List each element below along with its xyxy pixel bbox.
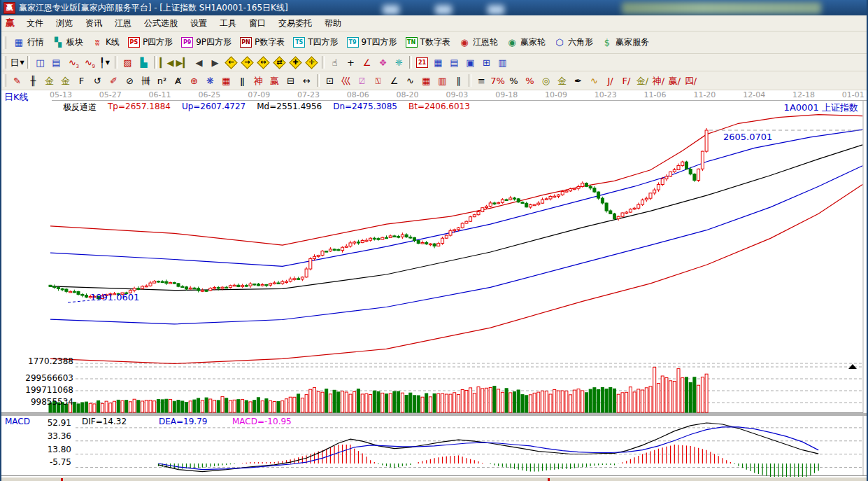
diamond-zoom-in-button[interactable]: ✛: [304, 55, 320, 70]
menu-item-7[interactable]: 窗口: [243, 16, 272, 31]
circle-divider-tool[interactable]: ⊘: [122, 73, 138, 88]
price-grid2-tool[interactable]: ▥: [434, 73, 450, 88]
gann-wheel-button[interactable]: ◉江恩轮: [455, 34, 502, 50]
horizontal-scrollbar[interactable]: [1, 477, 867, 481]
dropdown-arrow-icon[interactable]: ▼: [106, 60, 110, 66]
first-page-button[interactable]: ▎◀: [159, 55, 175, 70]
angle-measure-button[interactable]: ∠: [359, 55, 375, 70]
box-measure-tool[interactable]: ⊡: [322, 73, 338, 88]
diamond-expand-both-button[interactable]: ↔: [255, 55, 271, 70]
menu-item-2[interactable]: 资讯: [79, 16, 108, 31]
nine-t-square-button[interactable]: T99T四方形: [343, 34, 401, 50]
j-angle-tool[interactable]: J/: [602, 73, 618, 88]
win-measure-tool[interactable]: 赢: [266, 73, 283, 88]
condition-pattern-button[interactable]: ▨: [120, 55, 136, 70]
sectors-button[interactable]: ▚板块: [48, 34, 87, 50]
cycle-analysis-button[interactable]: ❈: [391, 55, 407, 70]
menu-item-4[interactable]: 公式选股: [138, 16, 184, 31]
info-panel-button[interactable]: ▤: [48, 55, 64, 70]
quotes-button[interactable]: ▦行情: [9, 34, 48, 50]
t-square-button[interactable]: TST四方形: [289, 34, 342, 50]
winner-wheel-button[interactable]: ◉赢家轮: [502, 34, 550, 50]
percent-tool[interactable]: %: [506, 73, 522, 88]
gold-angle-tool[interactable]: 金/: [634, 73, 650, 88]
wave9-button[interactable]: ∿9: [80, 55, 97, 70]
menu-item-9[interactable]: 帮助: [318, 16, 348, 31]
chart-area[interactable]: 05-1305-2706-1106-2507-0907-2308-0608-20…: [1, 90, 867, 477]
percent-line-tool[interactable]: %: [522, 73, 538, 88]
pencil2-tool[interactable]: ✐: [106, 73, 122, 88]
n-square-tool[interactable]: n²: [154, 73, 170, 88]
toolbar-grip[interactable]: [3, 36, 6, 49]
ray-lines-tool[interactable]: ∠: [386, 73, 402, 88]
diamond-shrink-x-button[interactable]: ←: [223, 55, 239, 70]
wave3-button[interactable]: ∿3: [64, 55, 80, 70]
volume-ruler-tool[interactable]: ≡: [474, 73, 490, 88]
angle-a-tool[interactable]: Ⱥ: [170, 73, 186, 88]
gann-box-button[interactable]: ❖: [375, 55, 391, 70]
calculator-button[interactable]: ▦: [430, 55, 446, 70]
win-angle-tool[interactable]: 赢/: [667, 73, 683, 88]
dropdown-arrow-icon[interactable]: ▼: [20, 60, 24, 66]
menu-item-8[interactable]: 交易委托: [272, 16, 318, 31]
calendar-button[interactable]: 21: [414, 55, 430, 70]
nine-p-square-button[interactable]: P99P四方形: [177, 34, 236, 50]
cobweb-tool[interactable]: ❋: [202, 73, 218, 88]
k-measure-tool[interactable]: ǁ: [234, 73, 250, 88]
width-measure-tool[interactable]: ↔: [299, 73, 315, 88]
period-selector[interactable]: 日▼: [9, 55, 25, 70]
pan-hand-button[interactable]: ☝: [327, 55, 343, 70]
parallel-lines-tool[interactable]: ∥: [450, 73, 467, 88]
crosshair-button[interactable]: +: [343, 55, 359, 70]
diamond-expand-x-button[interactable]: →: [239, 55, 255, 70]
compass-tool[interactable]: ⊕: [186, 73, 202, 88]
winner-service-button[interactable]: $赢家服务: [597, 34, 653, 50]
hexagon-button[interactable]: ⬡六角形: [550, 34, 597, 50]
t-number-table-button[interactable]: TNT数字表: [401, 34, 455, 50]
toolbar-grip[interactable]: [3, 74, 6, 87]
price-grid-tool[interactable]: ▦: [418, 73, 434, 88]
gold-line-tool[interactable]: 金: [554, 73, 570, 88]
wave-gold-tool[interactable]: ∿: [586, 73, 602, 88]
pencil-tool[interactable]: ✎: [9, 73, 25, 88]
grid-tool[interactable]: ▦: [218, 73, 234, 88]
brush-tool[interactable]: ✒: [570, 73, 586, 88]
shen-angle-tool[interactable]: 神/: [650, 73, 667, 88]
next-button[interactable]: ▶: [207, 55, 223, 70]
gann-divider-tool[interactable]: ╫: [25, 73, 41, 88]
menu-item-6[interactable]: 工具: [213, 16, 243, 31]
menu-item-0[interactable]: 文件: [20, 16, 50, 31]
spiral-tool[interactable]: ↺: [90, 73, 106, 88]
fan-box-tool[interactable]: ⍁: [354, 73, 370, 88]
menu-item-3[interactable]: 江恩: [108, 16, 138, 31]
menu-item-1[interactable]: 浏览: [50, 16, 79, 31]
save-button[interactable]: ▣: [462, 55, 478, 70]
p-square-button[interactable]: PSP四方形: [124, 34, 177, 50]
last-page-button[interactable]: ▶▎: [175, 55, 191, 70]
fan-lines-tool[interactable]: 巛: [338, 73, 354, 88]
print-button[interactable]: ▥: [495, 55, 511, 70]
kline-button[interactable]: ʬK线: [87, 34, 124, 50]
zigzag-tool[interactable]: ∿: [402, 73, 418, 88]
kline-style-selector[interactable]: ╿▼: [97, 55, 113, 70]
f-divider-tool[interactable]: F: [73, 73, 90, 88]
prev-button[interactable]: ◀: [191, 55, 207, 70]
diamond-zoom-out-button[interactable]: ✚: [287, 55, 304, 70]
percent7-tool[interactable]: 7%: [490, 73, 506, 88]
gold-circle-tool[interactable]: ◎: [538, 73, 554, 88]
ruler-tool[interactable]: ⊟: [283, 73, 299, 88]
gold-divider-tool[interactable]: 金: [41, 73, 57, 88]
p-number-table-button[interactable]: PNP数字表: [236, 34, 289, 50]
dense-divider-tool[interactable]: 卌: [138, 73, 154, 88]
fan-shade-tool[interactable]: ⍂: [370, 73, 386, 88]
order-book-button[interactable]: ▤: [446, 55, 462, 70]
f-angle-tool[interactable]: F/: [618, 73, 634, 88]
pattern-search-button[interactable]: ◫: [32, 55, 48, 70]
shen-measure-tool[interactable]: 神: [250, 73, 266, 88]
kline-chart-canvas[interactable]: 05-1305-2706-1106-2507-0907-2308-0608-20…: [1, 90, 867, 477]
gold-divider2-tool[interactable]: 金: [57, 73, 73, 88]
four-angle-tool[interactable]: 四/: [683, 73, 699, 88]
color-kline-button[interactable]: ▙: [136, 55, 152, 70]
menu-item-5[interactable]: 设置: [184, 16, 213, 31]
toolbar-grip[interactable]: [3, 56, 6, 69]
